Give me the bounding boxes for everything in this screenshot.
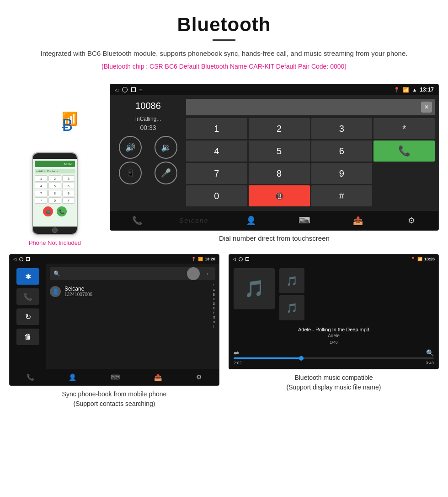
seicane-watermark: Seicane [179,217,209,224]
contact-number: 13241007000 [64,292,215,297]
alpha-i: I [213,325,215,328]
alpha-c: C [213,297,215,301]
search-back-icon: ← [205,270,212,277]
key-2[interactable]: 2 [249,118,310,139]
contacts-nav-button[interactable]: 👤 [240,211,262,230]
settings-nav-button[interactable]: ⚙ [400,211,423,230]
phone-status-bar [33,153,77,159]
phonebook-content: ✱ 📞 ↻ 🗑 🔍 ← 👤 [10,264,219,369]
specs-text: (Bluetooth chip : CSR BC6 Default Blueto… [27,63,421,70]
phone-key-star: * [35,197,48,204]
key-7[interactable]: 7 [186,163,247,184]
phone-key-1: 1 [35,175,48,182]
phonebook-sidebar: ✱ 📞 ↻ 🗑 [10,264,46,369]
music-caption-line2: (Support display music file name) [287,384,381,391]
phonebook-main: 🔍 ← 👤 Seicane 13241007000 [46,264,219,369]
music-song-name: Adele - Rolling In the Deep.mp3 [234,327,434,332]
pb-contacts-btn[interactable]: 👤 [69,373,76,381]
music-counter: 1/48 [234,340,434,345]
phonebook-caption: Sync phone-book from mobile phone (Suppo… [9,389,219,409]
bluetooth-symbol-icon: Ƀ [62,116,73,135]
page-title: Bluetooth [27,14,421,36]
alpha-e: E [213,307,215,310]
key-4[interactable]: 4 [186,140,247,162]
call-timer-text: 00:33 [114,124,182,131]
phone-section: 📶 Ƀ MORE + Add to Contacts 1 2 3 4 5 6 7… [9,84,101,249]
sync-sidebar-btn[interactable]: ↻ [16,308,39,325]
music-info: Adele - Rolling In the Deep.mp3 Adele 1/… [229,325,438,349]
phonebook-status-right: 📍 📶 13:20 [191,257,215,261]
pb-transfer-btn[interactable]: 📤 [154,373,162,381]
phone-key-0: 0 [48,197,61,204]
car-status-icons: 📍 📶 ▲ 13:17 [394,86,434,93]
phonebook-status-bar: ◁ 📍 📶 13:20 [10,254,219,264]
key-8[interactable]: 8 [249,163,310,184]
phone-key-6: 6 [62,183,75,189]
call-sidebar-btn[interactable]: 📞 [16,288,39,305]
music-album-area: 🎵 🎵 🎵 [229,264,438,325]
alpha-a: A [213,288,215,292]
music-progress-dot [299,356,304,361]
phone-home-button [52,227,58,233]
bluetooth-sidebar-btn[interactable]: ✱ [16,268,39,285]
phonebook-bottom-bar: 📞 👤 ⌨ 📤 ⚙ [10,369,219,385]
phonebook-nav-controls: ◁ [13,257,30,261]
pb-signal-icon: 📶 [198,257,203,261]
phone-frame: MORE + Add to Contacts 1 2 3 4 5 6 7 8 9… [32,152,78,235]
location-icon: 📍 [394,87,400,93]
key-0[interactable]: 0 [186,185,247,206]
pb-time: 13:20 [205,257,215,261]
contact-item[interactable]: 👤 Seicane 13241007000 [50,284,215,299]
transfer-button[interactable]: 📱 [119,162,142,184]
car-status-bar: ◁ ≡ 📍 📶 ▲ 13:17 [110,84,438,95]
phone-nav-button[interactable]: 📞 [126,211,149,230]
call-green-button[interactable]: 📞 [373,140,435,162]
music-thumb-2: 🎵 [279,295,304,320]
music-content: 🎵 🎵 🎵 Adele - Rolling In the Deep.mp3 Ad… [229,264,438,369]
phone-key-9: 9 [62,190,75,196]
dialer-right-panel: ✕ 1 2 3 * 4 5 6 📞 7 8 [186,99,435,206]
transfer-nav-button[interactable]: 📤 [347,211,369,230]
volume-up-button[interactable]: 🔊 [119,136,142,159]
key-3[interactable]: 3 [311,118,373,139]
call-end-button[interactable]: 📵 [249,185,310,206]
wifi-icon: ▲ [412,87,417,92]
album-art: 🎵 [234,268,275,309]
music-nav-controls: ◁ [233,257,249,261]
dialer-clear-button[interactable]: ✕ [421,102,432,113]
mute-button[interactable]: 🎤 [155,162,177,184]
call-controls: 🔊 🔉 📱 🎤 [114,136,182,184]
key-5[interactable]: 5 [249,140,310,162]
key-1[interactable]: 1 [186,118,247,139]
pb-settings-btn[interactable]: ⚙ [196,373,202,381]
music-search-icon: 🔍 [426,349,434,357]
search-dot [187,267,200,280]
alpha-g: G [213,316,215,319]
phonebook-caption-line1: Sync phone-book from mobile phone [62,390,167,398]
music-note-thumb1-icon: 🎵 [286,276,298,286]
phone-key-8: 8 [48,190,61,196]
pb-location-icon: 📍 [191,257,196,261]
music-time-total: 3:49 [426,361,434,365]
music-status-bar: ◁ 📍 📶 13:26 [229,254,438,264]
key-star[interactable]: * [373,118,435,139]
dialer-display: ✕ [186,99,435,115]
keypad-nav-button[interactable]: ⌨ [293,211,316,230]
mu-time: 13:26 [424,257,435,261]
car-screen-section: ◁ ≡ 📍 📶 ▲ 13:17 10086 [110,84,439,249]
key-6[interactable]: 6 [311,140,373,162]
delete-sidebar-btn[interactable]: 🗑 [16,329,39,345]
description-text: Integrated with BC6 Bluetooth module, su… [27,48,421,59]
mu-home-circle [239,257,243,261]
phonebook-search-bar[interactable]: 🔍 ← [50,267,215,280]
music-controls-row: 📁 ☰ ⏮ ▶ ⏭ 🎚 [229,368,438,369]
alpha-f: F [213,311,215,314]
music-time-row: 2:02 3:49 [229,361,438,365]
pb-keypad-btn[interactable]: ⌨ [111,373,120,381]
phone-not-included-label: Phone Not Included [29,239,81,246]
volume-down-button[interactable]: 🔉 [155,136,177,159]
pb-phone-btn[interactable]: 📞 [27,373,34,381]
key-9[interactable]: 9 [311,163,373,184]
key-hash[interactable]: # [311,185,373,206]
car-nav-controls: ◁ ≡ [115,87,142,92]
